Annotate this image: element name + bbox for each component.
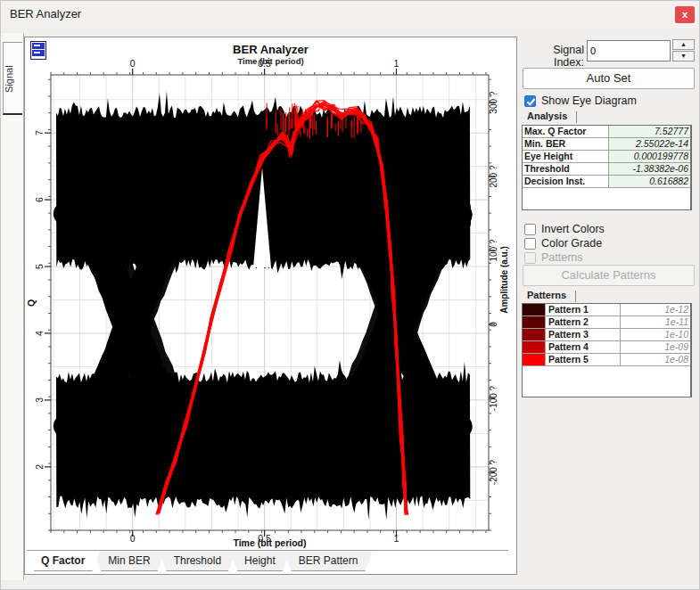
svg-text:5: 5 [34, 264, 45, 269]
svg-text:7: 7 [34, 130, 45, 135]
invert-colors-label: Invert Colors [541, 223, 605, 235]
control-panel: Signal Index: ▲ ▼ Auto Set Show Eye Diag… [522, 35, 698, 589]
pattern-row[interactable]: Pattern 31e-10 [523, 329, 690, 341]
svg-text:100 ?: 100 ? [489, 239, 498, 261]
eye-diagram-plot: 000.50.511234567300 ?200 ?100 ?0-100 ?-2… [25, 37, 516, 553]
plot-panel: BER Analyzer Time (bit period) 000.50.51… [24, 37, 517, 575]
tab-threshold[interactable]: Threshold [160, 552, 235, 571]
table-row: Eye Height0.000199778 [523, 151, 690, 163]
calculate-patterns-button: Calculate Patterns [523, 265, 695, 286]
window-title: BER Analyzer [10, 7, 81, 20]
tab-height[interactable]: Height [230, 552, 290, 571]
svg-text:200 ?: 200 ? [489, 165, 498, 187]
title-bar: BER Analyzer x [1, 1, 700, 28]
tab-q-factor[interactable]: Q Factor [27, 552, 99, 571]
tab-patterns[interactable]: Patterns [527, 290, 576, 303]
pattern-row[interactable]: Pattern 51e-08 [523, 354, 690, 366]
pattern-color-swatch [523, 304, 546, 315]
pattern-row[interactable]: Pattern 41e-09 [523, 341, 690, 354]
svg-text:300 ?: 300 ? [489, 91, 498, 113]
patterns-table: Pattern 11e-12 Pattern 21e-11 Pattern 31… [522, 303, 692, 397]
bottom-tab-bar: Q Factor Min BER Threshold Height BER Pa… [27, 550, 508, 571]
tab-signal-label: Signal [4, 48, 22, 111]
signal-index-input[interactable] [587, 40, 671, 61]
svg-text:Amplitude (a.u.): Amplitude (a.u.) [499, 246, 509, 314]
patterns-checkbox [524, 252, 536, 264]
svg-text:2: 2 [34, 464, 45, 470]
svg-text:-100 ?: -100 ? [489, 385, 498, 411]
invert-colors-checkbox[interactable] [524, 224, 536, 235]
pattern-row[interactable]: Pattern 11e-12 [523, 304, 690, 316]
table-row: Max. Q Factor7.52777 [523, 126, 690, 138]
spinner-up-icon[interactable]: ▲ [672, 39, 695, 50]
show-eye-diagram-label: Show Eye Diagram [541, 94, 637, 107]
svg-text:4: 4 [34, 331, 45, 336]
patterns-row: Patterns [524, 250, 583, 265]
svg-text:Time (bit period): Time (bit period) [233, 537, 306, 548]
table-row: Decision Inst.0.616882 [523, 176, 690, 188]
pattern-color-swatch [523, 354, 546, 365]
svg-text:Q: Q [26, 299, 37, 307]
color-grade-label: Color Grade [541, 237, 602, 250]
signal-index-row: Signal Index: ▲ ▼ [522, 38, 698, 61]
signal-index-label: Signal Index: [522, 44, 584, 69]
ber-analyzer-window: BER Analyzer x Signal BER Analyzer Time … [0, 0, 700, 590]
signal-index-stepper: ▲ ▼ [672, 39, 695, 62]
close-icon[interactable]: x [675, 6, 695, 23]
tab-signal[interactable]: Signal [3, 42, 22, 115]
svg-text:0: 0 [130, 58, 136, 69]
table-row: Min. BER2.55022e-14 [523, 138, 690, 151]
show-eye-diagram-row: Show Eye Diagram [524, 94, 637, 108]
color-grade-row: Color Grade [524, 236, 602, 250]
tab-ber-pattern[interactable]: BER Pattern [284, 552, 373, 571]
invert-colors-row: Invert Colors [524, 222, 605, 236]
svg-text:-200 ?: -200 ? [489, 459, 498, 485]
pattern-color-swatch [523, 329, 546, 340]
pattern-row[interactable]: Pattern 21e-11 [523, 316, 690, 329]
spinner-down-icon[interactable]: ▼ [672, 51, 695, 61]
svg-text:1: 1 [394, 58, 399, 69]
svg-text:1: 1 [394, 533, 399, 544]
patterns-label: Patterns [541, 251, 583, 264]
analysis-table: Max. Q Factor7.52777 Min. BER2.55022e-14… [522, 125, 692, 210]
svg-text:0.5: 0.5 [258, 58, 271, 69]
svg-text:0: 0 [130, 533, 136, 544]
color-grade-checkbox[interactable] [524, 238, 536, 250]
pattern-color-swatch [523, 316, 546, 328]
pattern-color-swatch [523, 341, 546, 353]
show-eye-diagram-checkbox[interactable] [524, 95, 536, 107]
svg-text:3: 3 [34, 397, 45, 403]
tab-min-ber[interactable]: Min BER [94, 552, 164, 571]
svg-text:0: 0 [489, 322, 498, 327]
svg-text:6: 6 [34, 197, 45, 202]
left-tab-strip: Signal [1, 33, 24, 580]
table-row: Threshold-1.38382e-06 [523, 163, 690, 176]
tab-analysis[interactable]: Analysis [527, 111, 577, 124]
auto-set-button[interactable]: Auto Set [523, 68, 695, 89]
